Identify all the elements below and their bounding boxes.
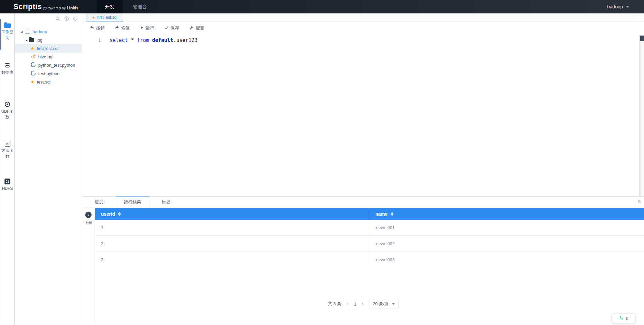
sort-icon[interactable] [118, 212, 121, 216]
cell-name: xiewei003 [369, 252, 644, 268]
app-header: Scriptis @Powered by Linkis 开发 管理台 hadoo… [0, 0, 644, 13]
column-header-name[interactable]: name [369, 208, 644, 220]
pagination: 共 3 条 ‹ 1 › 20 条/页 [82, 299, 644, 309]
brand-tagline: @Powered by Linkis [43, 6, 78, 10]
sidebar-item-label: 数据库 [1, 70, 13, 75]
sidebar-item-functions[interactable]: fx 方法函数 [0, 141, 15, 159]
user-menu[interactable]: hadoop [607, 0, 629, 13]
sidebar-item-label: 工作空间 [1, 30, 13, 40]
code-editor[interactable]: 1 select * from default.user123 [82, 35, 639, 196]
tree-item-test-sql[interactable]: ★ test.sql [15, 78, 82, 86]
python-file-icon [31, 70, 36, 77]
sidebar-item-label: HDFS [2, 186, 13, 191]
activity-bar: 工作空间 数据库 UDF函数 fx 方法函数 [0, 13, 15, 325]
folder-icon [29, 38, 34, 42]
tab-list-menu-icon[interactable]: ≡ [638, 15, 641, 19]
workspace-tree-panel: ◢ hadoop ▸ log ★ firstTest.sql hive.hql [15, 13, 82, 325]
table-row: 2 xiewei002 [95, 236, 644, 252]
hive-file-icon [31, 54, 36, 60]
sql-file-icon: ★ [92, 15, 95, 20]
tab-history[interactable]: 历史 [149, 197, 183, 208]
task-counter-widget[interactable]: 0 [612, 314, 635, 323]
cell-userid: 3 [95, 252, 369, 268]
cell-name: xiewei001 [369, 220, 644, 235]
python-file-icon [31, 62, 36, 68]
caret-collapsed-icon[interactable]: ▸ [26, 38, 28, 42]
table-header: userid name [95, 208, 644, 220]
cell-userid: 2 [95, 236, 369, 252]
sql-file-icon: ★ [31, 80, 35, 84]
tree-item-hadoop[interactable]: ◢ hadoop [15, 28, 82, 36]
scriptis-logo: Scriptis @Powered by Linkis [13, 0, 78, 13]
download-icon: ↓ [85, 212, 92, 218]
editor-tab-firsttest-sql[interactable]: ★ firstTest.sql [86, 13, 123, 21]
udf-target-icon [0, 101, 15, 107]
tree-item-log[interactable]: ▸ log [15, 36, 82, 44]
nav-tab-development[interactable]: 开发 [97, 0, 123, 13]
refresh-icon[interactable] [73, 16, 78, 21]
editor-scrollbar[interactable] [639, 35, 644, 196]
workspace-folder-icon [0, 23, 15, 28]
username: hadoop [607, 4, 623, 9]
save-button[interactable]: 保存 [164, 25, 179, 31]
fx-icon: fx [0, 141, 15, 147]
results-tabbar: 进度 运行结果 历史 ≡ [82, 197, 644, 208]
sidebar-item-hdfs[interactable]: HDFS [0, 178, 15, 192]
code-line: 1 select * from default.user123 [82, 36, 639, 44]
scrollbar-thumb[interactable] [640, 36, 644, 41]
task-count: 0 [626, 316, 628, 321]
tree-item-test-python[interactable]: test.python [15, 69, 82, 78]
window-edge [0, 13, 0, 325]
tree-item-python-test[interactable]: python_test.python [15, 61, 82, 69]
cell-name: xiewei002 [369, 236, 644, 252]
total-count: 共 3 条 [328, 301, 341, 307]
editor-tabbar: ★ firstTest.sql ≡ [82, 13, 644, 21]
redo-icon [115, 25, 119, 31]
column-header-userid[interactable]: userid [95, 208, 369, 220]
locate-icon[interactable] [64, 16, 69, 21]
table-row: 3 xiewei003 [95, 252, 644, 268]
table-row: 1 xiewei001 [95, 220, 644, 236]
tree-item-firsttest-sql[interactable]: ★ firstTest.sql [15, 44, 82, 53]
sidebar-item-database[interactable]: 数据库 [0, 62, 15, 75]
run-button[interactable]: 运行 [140, 25, 154, 31]
search-icon[interactable] [55, 16, 60, 21]
sql-file-icon: ★ [31, 46, 35, 51]
redo-button[interactable]: 恢复 [115, 25, 130, 31]
page-number[interactable]: 1 [354, 302, 356, 307]
download-button[interactable]: ↓ 下载 [82, 211, 95, 226]
wrench-icon [189, 25, 194, 31]
hdfs-icon [0, 178, 15, 184]
sidebar-item-label: UDF函数 [1, 109, 14, 119]
page-size-select[interactable]: 20 条/页 [369, 299, 398, 309]
tree-item-hive-hql[interactable]: hive.hql [15, 53, 82, 61]
config-button[interactable]: 配置 [189, 25, 204, 31]
run-icon [140, 25, 144, 31]
editor-toolbar: 撤销 恢复 运行 保存 配置 [82, 21, 639, 35]
results-panel: 进度 运行结果 历史 ≡ ↓ 下载 userid name 1 xiewei00… [82, 196, 644, 325]
sort-icon[interactable] [391, 212, 393, 216]
chevron-right-icon[interactable]: › [362, 301, 364, 307]
chevron-left-icon[interactable]: ‹ [347, 301, 349, 307]
chevron-down-icon [626, 6, 629, 8]
code-text: select * from default.user123 [110, 37, 198, 43]
dropdown-caret-icon [392, 303, 395, 305]
sidebar-item-label: 方法函数 [1, 148, 13, 159]
cell-userid: 1 [95, 220, 369, 235]
sidebar-item-udf[interactable]: UDF函数 [0, 101, 15, 120]
brand-name: Scriptis [13, 2, 42, 11]
database-icon [0, 62, 15, 68]
nav-tab-console[interactable]: 管理台 [127, 0, 153, 13]
tab-progress[interactable]: 进度 [82, 197, 116, 208]
tab-run-result[interactable]: 运行结果 [116, 197, 149, 208]
caret-expanded-icon[interactable]: ◢ [20, 30, 23, 33]
undo-icon [90, 25, 94, 31]
undo-button[interactable]: 撤销 [90, 25, 105, 31]
tree-toolbar [55, 16, 78, 21]
folder-open-icon [25, 30, 30, 34]
save-check-icon [164, 25, 169, 31]
results-menu-icon[interactable]: ≡ [638, 200, 641, 204]
file-tree: ◢ hadoop ▸ log ★ firstTest.sql hive.hql [15, 28, 82, 86]
swap-arrows-icon [619, 316, 624, 321]
sidebar-item-workspace[interactable]: 工作空间 [0, 23, 15, 41]
